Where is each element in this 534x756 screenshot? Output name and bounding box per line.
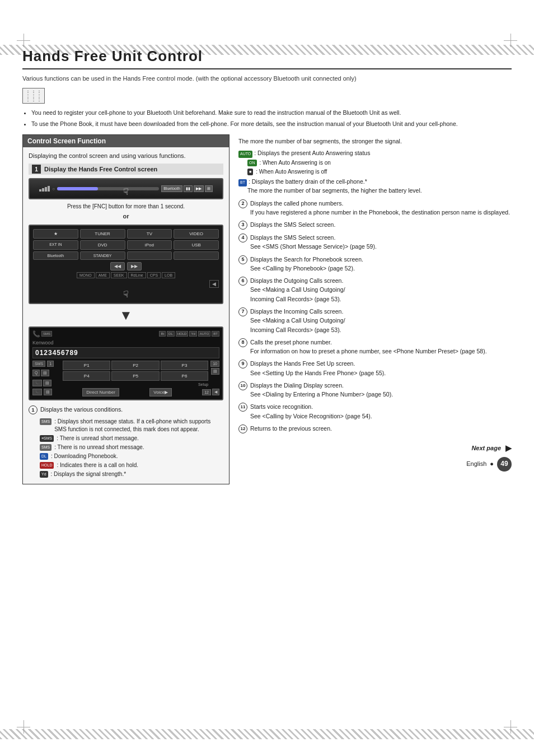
hf-hold-icon: HOLD	[176, 331, 189, 337]
right-content: The more the number of bar segments, the…	[238, 137, 512, 472]
sub-unread-text: : There is unread short message.	[57, 435, 139, 442]
step-1-num: 1	[32, 165, 41, 174]
item-12: 12 Returns to the previous screen.	[238, 424, 512, 433]
down-arrow: ▼	[29, 307, 223, 323]
sub-hold-text: : Indicates there is a call on hold.	[57, 461, 138, 469]
source-btn-left[interactable]: ◀◀	[110, 262, 125, 270]
text-6: Displays the Outgoing Calls screen.See <…	[250, 276, 345, 304]
item-7: 7 Displays the Incoming Calls screen.See…	[238, 307, 512, 334]
notes-list: You need to register your cell-phone to …	[31, 108, 512, 129]
display-num-1: 1	[29, 405, 38, 414]
footer-bullet: ●	[490, 459, 494, 469]
q2-badge: ▤	[41, 370, 49, 376]
sub-dl: DL : Downloading Phonebook.	[40, 452, 223, 460]
badge-hold: HOLD	[40, 462, 54, 469]
text-11: Starts voice recognition.See <Calling by…	[250, 402, 372, 421]
preset-area: P1 P2 P3 P4 P5 P6 Setup	[63, 361, 208, 386]
icon-12: 12	[202, 389, 211, 395]
hf-left-icons: SMS 1 Q ▤ 📞 ▤	[32, 361, 60, 386]
display-text-1: Displays the various conditions.	[40, 405, 123, 414]
text-3: Displays the SMS Select screen.	[250, 220, 335, 229]
left-column: Control Screen Function Displaying the c…	[22, 134, 229, 484]
num-7: 7	[238, 307, 247, 316]
auto-on-item: ON : When Auto Answering is on	[247, 159, 512, 167]
q-row: Q ▤	[32, 370, 60, 376]
eq-extra: ◀	[209, 280, 219, 288]
stripe-bottom-decoration	[0, 729, 534, 739]
item-11: 11 Starts voice recognition.See <Calling…	[238, 402, 512, 421]
hf-phone-number: 0123456789	[32, 347, 219, 358]
num-1-badge: 1	[47, 361, 54, 367]
q1-badge: Q	[32, 370, 40, 376]
num-9: 9	[238, 360, 247, 368]
screen-mock-narrow: ○ Bluetooth ▮▮ ▶▶ ⊞ ☟	[29, 178, 223, 199]
num-8: 8	[238, 338, 247, 347]
battery-text: : Displays the battery drain of the cell…	[249, 178, 367, 185]
source-btn-right[interactable]: ▶▶	[127, 262, 142, 270]
bar-indicator	[39, 186, 50, 192]
source-select-screen: ★ TUNER TV VIDEO EXT IN DVD iPod USB Blu…	[29, 225, 223, 304]
num-2: 2	[238, 199, 247, 208]
text-10: Displays the Dialing Display screen.See …	[250, 381, 393, 399]
item-5: 5 Displays the Search for Phonebook scre…	[238, 255, 512, 273]
num-4: 4	[238, 234, 247, 242]
source-item-dvd: DVD	[80, 240, 125, 250]
next-page-text: Next page	[471, 444, 501, 453]
display-item-1: 1 Displays the various conditions.	[29, 405, 223, 414]
sub-hold: HOLD : Indicates there is a call on hold…	[40, 461, 223, 469]
eq-mono: MONO	[77, 272, 95, 278]
sub-dl-text: : Downloading Phonebook.	[51, 452, 118, 460]
text-2: Displays the called phone numbers. If yo…	[250, 199, 510, 217]
direct-number-btn[interactable]: Direct Number	[82, 388, 119, 396]
eq-lob: LOB	[162, 272, 175, 278]
num-5: 5	[238, 255, 247, 264]
eq-seek: SEEK	[111, 272, 127, 278]
item-9: 9 Displays the Hands Free Set Up screen.…	[238, 359, 512, 377]
badge-bt: BT	[238, 179, 247, 186]
source-item-usb: USB	[174, 240, 219, 250]
source-grid: ★ TUNER TV VIDEO EXT IN DVD iPod USB Blu…	[33, 229, 219, 260]
num-3: 3	[238, 221, 247, 230]
sms-row: SMS 1	[32, 361, 60, 367]
control-screen-box: Control Screen Function Displaying the c…	[22, 134, 229, 484]
source-item-empty1	[127, 251, 172, 260]
hf-bottom-row: 📞 ▤ Direct Number Voice▶ 12 ◀	[32, 388, 219, 396]
preset-p1[interactable]: P1	[63, 361, 110, 370]
note-item-2: To use the Phone Book, it must have been…	[31, 119, 512, 129]
hf-dl-icon: DL	[167, 331, 175, 337]
text-5: Displays the Search for Phonebook screen…	[250, 255, 363, 273]
auto-on-text: : When Auto Answering is on	[260, 159, 331, 167]
page-title: Hands Free Unit Control	[22, 48, 512, 69]
source-item-tuner: TUNER	[80, 229, 125, 239]
eq-cps: CPS	[147, 272, 161, 278]
step1-instruction: Press the [FNC] button for more than 1 s…	[29, 203, 223, 211]
voice-btn[interactable]: Voice▶	[149, 388, 172, 396]
text-12: Returns to the previous screen.	[250, 424, 332, 433]
badge-auto: AUTO	[238, 151, 252, 158]
next-arrow-icon: ▶	[505, 442, 512, 455]
auto-answer-text: : Displays the present Auto Answering st…	[254, 150, 370, 156]
next-page-row: Next page ▶	[238, 442, 512, 455]
badge-yd: Yd	[40, 471, 48, 478]
menu-icon: ⋮⋮⋮⋮⋮⋮	[22, 88, 45, 104]
equalizer-row: MONO AME SEEK RdLine CPS LOB	[33, 272, 219, 278]
text-8: Calls the preset phone number.For inform…	[250, 338, 487, 356]
icon-arr: ◀	[212, 389, 219, 395]
source-item-standby: STANDBY	[80, 251, 125, 260]
sub-signal-text: : Displays the signal strength.*	[51, 470, 127, 478]
preset-p6[interactable]: P6	[161, 371, 208, 381]
text-7: Displays the Incoming Calls screen.See <…	[250, 307, 345, 334]
phone-icon-bot: 📞	[32, 389, 42, 395]
preset-p4[interactable]: P4	[63, 371, 110, 381]
sms-badge: SMS	[32, 361, 45, 367]
sub-sms-text: : Displays short message status. If a ce…	[54, 418, 223, 433]
preset-p5[interactable]: P5	[111, 371, 159, 381]
preset-p2[interactable]: P2	[111, 361, 159, 370]
badge-sms: SMS	[40, 418, 51, 425]
eq-rdline: RdLine	[128, 272, 146, 278]
item-3: 3 Displays the SMS Select screen.	[238, 220, 512, 230]
battery-detail: The more the number of bar segments, the…	[247, 186, 512, 195]
num-12: 12	[238, 424, 247, 433]
sub-unread-sms: ≡SMS : There is unread short message.	[40, 435, 223, 442]
preset-p3[interactable]: P3	[161, 361, 208, 370]
